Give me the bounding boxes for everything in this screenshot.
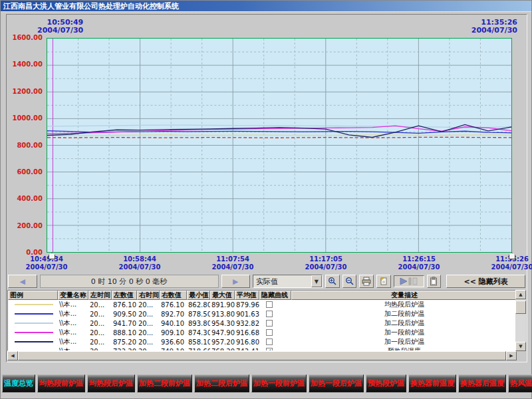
- table-header-cell[interactable]: 变量名称: [58, 291, 88, 300]
- table-header-cell[interactable]: 最大值: [210, 291, 235, 300]
- table-cell: 892.70: [160, 311, 187, 318]
- table-header-cell[interactable]: 变量描述: [291, 291, 516, 300]
- nav-button-加热一段前炉温[interactable]: 加热一段前炉温: [251, 374, 307, 392]
- variable-table: 图例变量名称左时间左数值右时间右数值最小值最大值平均值隐藏曲线变量描述 \\本.…: [7, 290, 517, 351]
- table-vertical-scrollbar[interactable]: ▲ ▼: [515, 290, 526, 351]
- horizontal-scroll-thumb[interactable]: [18, 351, 506, 360]
- table-header-cell[interactable]: 最小值: [187, 291, 210, 300]
- hide-curve-checkbox[interactable]: ✓: [266, 348, 273, 350]
- table-header-cell[interactable]: 左数值: [112, 291, 137, 300]
- save-button[interactable]: [376, 275, 391, 288]
- vertical-scroll-thumb[interactable]: [515, 301, 526, 314]
- hide-list-button[interactable]: << 隐藏列表: [446, 275, 525, 288]
- table-cell: 941.70: [112, 320, 137, 327]
- table-row[interactable]: \\本...20...888.1020...909.10874.30947.90…: [8, 328, 516, 337]
- legend-line: [15, 313, 53, 315]
- hide-curve-checkbox[interactable]: [266, 320, 273, 327]
- table-cell: \\本...: [58, 319, 88, 328]
- clipboard-button[interactable]: [427, 275, 442, 288]
- hide-curve-checkbox[interactable]: [266, 311, 273, 317]
- table-horizontal-scrollbar[interactable]: ◀ ▶: [7, 351, 517, 360]
- x-tick-date: 2004/07/30: [482, 263, 532, 271]
- hide-curve-checkbox[interactable]: [266, 329, 273, 336]
- table-header-cell[interactable]: 右数值: [160, 291, 187, 300]
- value-mode-combobox[interactable]: 实际值 ▼: [253, 275, 323, 288]
- table-cell: 722.20: [112, 348, 137, 351]
- printer-icon: [362, 277, 371, 286]
- table-cell: 901.63: [235, 311, 259, 318]
- description-cell: 加一段前炉温: [291, 328, 516, 337]
- right-cursor-date: 2004/07/30: [471, 27, 517, 35]
- nav-button-加热二段后炉温[interactable]: 加热二段后炉温: [194, 374, 249, 392]
- left-cursor-handle[interactable]: [49, 253, 55, 259]
- hide-curve-cell: [259, 338, 291, 345]
- scroll-right-button[interactable]: ▶: [221, 275, 251, 288]
- description-cell: 加二段后炉温: [291, 319, 516, 328]
- table-cell: 20...: [88, 338, 112, 346]
- table-header-cell[interactable]: 平均值: [235, 291, 259, 300]
- zoom-out-button[interactable]: [342, 275, 357, 288]
- nav-button-温度总览[interactable]: 温度总览: [2, 374, 35, 392]
- nav-button-换热器后温度[interactable]: 换热器后温度: [458, 374, 506, 392]
- time-interval-display[interactable]: 0 时 10 分 0 秒 0 毫秒: [40, 275, 219, 288]
- zoom-in-button[interactable]: [325, 275, 340, 288]
- table-row[interactable]: \\本...20...909.5020...892.70878.50913.80…: [8, 309, 516, 319]
- x-axis-tick-label: 10:49:342004/07/30: [17, 255, 76, 271]
- table-cell: \\本...: [58, 300, 88, 309]
- left-cursor-date: 2004/07/30: [37, 27, 83, 35]
- trend-panel: 10:50:49 2004/07/30 11:35:26 2004/07/30 …: [6, 14, 527, 362]
- table-cell: \\本...: [58, 337, 88, 346]
- nav-button-预热段炉温[interactable]: 预热段炉温: [366, 374, 406, 392]
- nav-button-换热器前温度[interactable]: 换热器前温度: [408, 374, 456, 392]
- nav-button-均热段后炉温[interactable]: 均热段后炉温: [87, 374, 135, 392]
- table-cell: 20...: [137, 311, 160, 318]
- print-button[interactable]: [359, 275, 374, 288]
- x-tick-date: 2004/07/30: [203, 263, 263, 271]
- table-cell: 916.68: [235, 329, 259, 336]
- legend-cell: [8, 304, 58, 305]
- table-cell: 916.80: [235, 338, 259, 346]
- scroll-left-button[interactable]: ◀: [8, 275, 37, 288]
- table-cell: 879.96: [235, 301, 259, 309]
- table-row[interactable]: \\本...20...875.2020...936.60858.10957.20…: [8, 337, 516, 346]
- table-cell: 913.80: [210, 311, 235, 318]
- y-axis-tick-label: 800.00: [8, 142, 43, 149]
- x-axis-tick-label: 10:58:442004/07/30: [110, 255, 170, 271]
- scroll-down-icon[interactable]: ▼: [515, 342, 526, 351]
- legend-cell: [8, 332, 58, 333]
- table-row[interactable]: \\本...20...876.1020...876.10862.80891.90…: [8, 300, 516, 309]
- table-cell: 876.10: [160, 301, 187, 309]
- y-axis-tick-label: 400.00: [8, 195, 43, 202]
- trend-curve: [47, 135, 511, 136]
- scroll-right-icon[interactable]: ▶: [506, 351, 517, 360]
- right-cursor-timestamp: 11:35:26 2004/07/30: [471, 19, 517, 35]
- hide-curve-checkbox[interactable]: [266, 301, 273, 308]
- description-cell: 加一段后炉温: [291, 337, 516, 346]
- table-header-cell[interactable]: 右时间: [137, 291, 160, 300]
- value-mode-value: 实际值: [253, 277, 311, 287]
- table-cell: 876.10: [112, 301, 137, 309]
- table-cell: 874.30: [187, 329, 210, 336]
- table-header-cell[interactable]: 隐藏曲线: [259, 291, 291, 300]
- table-cell: 940.10: [160, 320, 187, 327]
- nav-button-加热二段前炉温[interactable]: 加热二段前炉温: [137, 374, 192, 392]
- playback-control[interactable]: [394, 275, 424, 287]
- trend-plot[interactable]: [47, 38, 512, 253]
- hide-curve-checkbox[interactable]: [266, 338, 273, 345]
- table-cell: 20...: [137, 329, 160, 336]
- scroll-left-icon[interactable]: ◀: [7, 351, 18, 360]
- table-cell: 875.20: [112, 338, 137, 346]
- nav-button-热风温度[interactable]: 热风温度: [508, 374, 532, 392]
- nav-button-加热一段后炉温[interactable]: 加热一段后炉温: [309, 374, 364, 392]
- table-row[interactable]: \\本...20...722.2020...749.10718.60768.20…: [8, 346, 516, 350]
- nav-button-均热段前炉温[interactable]: 均热段前炉温: [37, 374, 85, 392]
- table-header-cell[interactable]: 左时间: [88, 291, 112, 300]
- table-cell: 947.90: [210, 329, 235, 336]
- scroll-up-icon[interactable]: ▲: [515, 290, 526, 299]
- table-header-cell[interactable]: 图例: [8, 291, 58, 300]
- vertical-scroll-track: [515, 314, 526, 342]
- right-cursor-handle[interactable]: [509, 253, 515, 259]
- x-tick-date: 2004/07/30: [296, 263, 356, 271]
- chevron-down-icon[interactable]: ▼: [311, 275, 322, 287]
- table-row[interactable]: \\本...20...941.7020...940.10893.80954.30…: [8, 319, 516, 328]
